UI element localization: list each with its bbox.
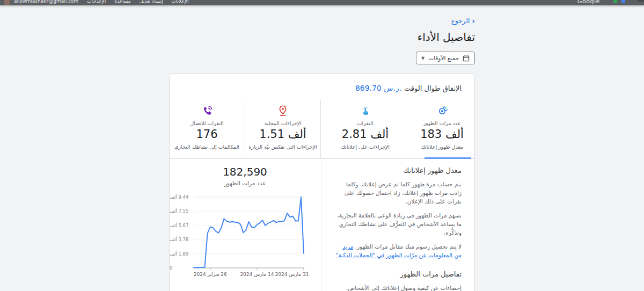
date-range-filter-label: جميع الأوقات [428, 55, 459, 61]
metric-tab-impressions[interactable]: عدد مرات الظهور 183 ألف معدل ظهور إعلانا… [409, 99, 474, 158]
date-range-filter-button[interactable]: جميع الأوقات ▼ [416, 52, 475, 64]
metric-label: النقرات [324, 120, 406, 126]
back-link[interactable]: ‹ الرجوع [451, 17, 475, 25]
y-axis-tick-label: 0 [170, 265, 192, 271]
info-heading: معدل ظهور إعلاناتك [335, 166, 462, 174]
metric-sublabel: الإجراءات التي تعكس نيّة الزيارة [248, 144, 317, 150]
local-actions-icon [248, 105, 317, 117]
spend-label: الإنفاق طوال الوقت [404, 84, 462, 92]
metric-sublabel: معدل ظهور إعلاناتك [413, 144, 471, 150]
metric-value: 176 [172, 128, 241, 141]
topbar-right-block [638, 0, 644, 2]
google-logo: Google [577, 0, 600, 5]
metric-value: 1.51 ألف [248, 128, 317, 141]
impressions-details-subtext: إحصاءات عن كيفية وصول إعلاناتك إلى الأشخ… [335, 285, 462, 291]
top-app-bar-strip: allswmlashakr@gmail.com الإعلانات إنشاء … [0, 0, 644, 5]
metrics-tabs: عدد مرات الظهور 183 ألف معدل ظهور إعلانا… [170, 99, 474, 159]
metric-label: الإجراءات المحلية [248, 120, 317, 126]
metric-value: 183 ألف [413, 128, 471, 141]
main-content: ‹ الرجوع تفاصيل الأداء جميع الأوقات ▼ ال… [169, 5, 475, 291]
topbar-menu: الإعلانات إنشاء تعديل مساعدة الإعدادات [87, 0, 188, 4]
clicks-icon [324, 105, 406, 117]
top-app-bar: allswmlashakr@gmail.com الإعلانات إنشاء … [0, 0, 644, 5]
impressions-info-panel: معدل ظهور إعلاناتك يتم حساب مرة ظهور كلم… [321, 159, 474, 291]
back-chevron-icon: ‹ [472, 18, 475, 24]
menu-item-help[interactable]: مساعدة [114, 0, 130, 4]
performance-card: الإنفاق طوال الوقت 869.70 ر.س. عدد مرات … [169, 73, 475, 291]
metric-tab-calls[interactable]: النقرات للاتصال 176 المكالمات إلى نشاطك … [169, 99, 245, 158]
menu-item-settings[interactable]: الإعدادات [87, 0, 106, 4]
info-paragraph-3-text: لا يتم تحصيل رسوم منك مقابل مرات الظهور. [353, 243, 462, 250]
chart-total-value: 182,590 [169, 165, 321, 178]
active-tab-indicator [425, 157, 471, 159]
metric-value: 2.81 ألف [324, 128, 406, 141]
impressions-details-heading: تفاصيل مرات الظهور [335, 270, 462, 278]
account-email[interactable]: allswmlashakr@gmail.com [14, 0, 78, 4]
impressions-line-chart: 01.89 ألف3.78 ألف5.67 ألف7.55 ألف9.44 أل… [169, 190, 321, 282]
x-axis-tick-label: 14 مارس 2024 [240, 272, 274, 277]
metric-label: النقرات للاتصال [172, 120, 241, 126]
metric-tab-clicks[interactable]: النقرات 2.81 ألف الإجراءات على إعلاناتك [320, 99, 409, 158]
chevron-down-icon: ▼ [421, 56, 425, 61]
menu-item-ads[interactable]: الإعلانات [171, 0, 188, 4]
spend-amount: 869.70 ر.س. [355, 84, 401, 92]
chart-total-label: عدد مرات الظهور [169, 180, 321, 186]
page-title: تفاصيل الأداء [169, 31, 475, 43]
info-paragraph-1: يتم حساب مرة ظهور كلما تم عرض إعلانك. وك… [335, 180, 462, 206]
y-axis-tick-label: 3.78 ألف [170, 237, 192, 242]
back-link-label: الرجوع [451, 17, 470, 25]
x-axis-tick-label: 26 فبراير 2024 [194, 272, 227, 277]
calls-icon [172, 105, 241, 117]
y-axis-tick-label: 1.89 ألف [170, 251, 192, 257]
account-avatar[interactable] [4, 0, 10, 5]
spend-summary: الإنفاق طوال الوقت 869.70 ر.س. [170, 74, 474, 99]
metric-tab-local-actions[interactable]: الإجراءات المحلية 1.51 ألف الإجراءات الت… [245, 99, 320, 158]
impressions-chart-panel: 182,590 عدد مرات الظهور 01.89 ألف3.78 أل… [169, 159, 321, 291]
info-paragraph-3: لا يتم تحصيل رسوم منك مقابل مرات الظهور.… [335, 242, 462, 259]
metric-sublabel: الإجراءات على إعلاناتك [324, 144, 406, 150]
status-dot-green [613, 0, 617, 3]
y-axis-tick-label: 5.67 ألف [170, 223, 192, 228]
info-paragraph-2: تسهم مرات الظهور في زيادة الوعي بالعلامة… [335, 211, 462, 237]
status-dot-blue [621, 0, 625, 3]
y-axis-tick-label: 7.55 ألف [170, 208, 192, 214]
y-axis-tick-label: 9.44 ألف [170, 194, 192, 200]
metric-sublabel: المكالمات إلى نشاطك التجاري [172, 144, 241, 150]
calendar-icon [463, 55, 470, 62]
card-bottom-section: معدل ظهور إعلاناتك يتم حساب مرة ظهور كلم… [170, 159, 474, 291]
x-axis-tick-label: 31 مارس 2024 [275, 272, 309, 277]
impressions-icon [413, 105, 471, 117]
metric-label: عدد مرات الظهور [413, 120, 471, 126]
menu-item-create-edit[interactable]: إنشاء تعديل [140, 0, 163, 4]
